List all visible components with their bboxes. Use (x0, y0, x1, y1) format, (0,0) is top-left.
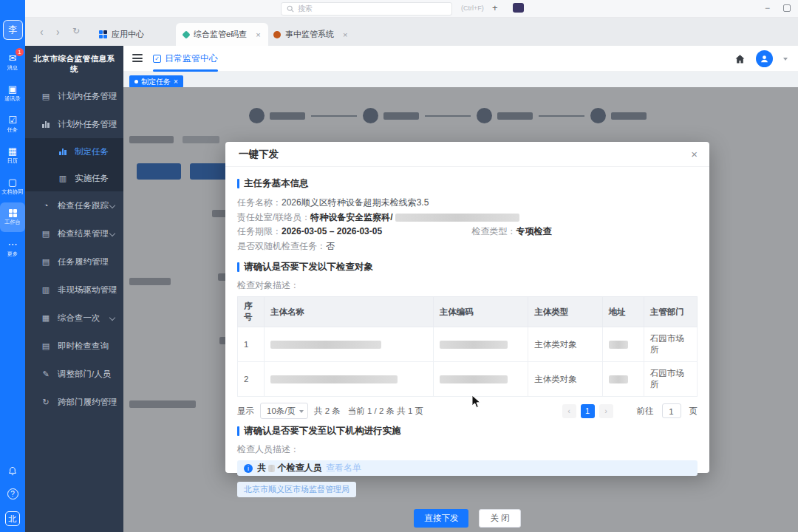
table-cell: 主体类对象 (528, 327, 602, 362)
redacted-text (395, 214, 519, 222)
sidebar-item-非现场驱动管理[interactable]: ▥非现场驱动管理 (25, 276, 123, 304)
goto-label: 前往 (637, 406, 654, 417)
next-page-button[interactable]: › (599, 404, 613, 418)
sidebar-item-label: 计划内任务管理 (58, 91, 117, 102)
rail-item-calendar[interactable]: ▦日历 (0, 140, 25, 170)
org-tag[interactable]: 北京市顺义区市场监督管理局 (237, 482, 356, 497)
rail-item-doc-collab[interactable]: ▢文档协同 (0, 171, 25, 201)
calendar-icon: ▦ (8, 146, 17, 156)
sidebar-item-label: 即时检查查询 (58, 341, 109, 352)
prev-page-button[interactable]: ‹ (562, 404, 576, 418)
sidebar-item-调整部门/人员[interactable]: ✎调整部门/人员 (25, 360, 123, 388)
grid-icon: ▦ (41, 313, 51, 323)
app-logo[interactable]: 北 (5, 511, 20, 526)
rail-bottom: ? 北 (0, 466, 25, 526)
doc-icon: ▤ (41, 257, 51, 267)
table-header: 主体编码 (433, 297, 528, 327)
doc-icon: ▤ (41, 92, 51, 101)
chevron-down-icon (109, 315, 115, 321)
view-list-link[interactable]: 查看名单 (326, 463, 361, 473)
close-icon[interactable]: × (174, 78, 178, 86)
browser-tabstrip: ‹ › ↻ 应用中心综合监管e码查×事中监管系统× (25, 18, 798, 46)
nav-forward-button[interactable]: › (56, 26, 60, 38)
help-icon[interactable]: ? (7, 488, 18, 499)
minimize-button[interactable]: − (765, 3, 770, 13)
page-size-select[interactable]: 10条/页 (260, 403, 308, 419)
chevron-down-icon[interactable] (783, 58, 788, 61)
sidebar-item-计划外任务管理[interactable]: 计划外任务管理 (25, 110, 123, 138)
sidebar-item-即时检查查询[interactable]: ▤即时检查查询 (25, 332, 123, 360)
table-row[interactable]: 1主体类对象石园市场所 (238, 327, 698, 362)
rail-item-label: 文档协同 (2, 188, 24, 194)
browser-tab-1[interactable]: 应用中心 (92, 23, 151, 46)
refresh-button[interactable]: ↻ (72, 26, 80, 36)
dot-icon (134, 80, 138, 83)
field-period: 任务期限：2026-03-05 – 2026-03-05 检查类型：专项检查 (237, 225, 698, 239)
user-avatar[interactable]: 李 (3, 20, 23, 40)
table-row[interactable]: 2主体类对象石园市场所 (238, 362, 698, 397)
total-count: 共 2 条 (314, 406, 341, 417)
table-header: 地址 (602, 297, 644, 327)
sidebar-item-label: 计划外任务管理 (58, 119, 117, 130)
submenu: 制定任务▥实施任务 (25, 138, 123, 191)
user-avatar-icon[interactable] (756, 50, 773, 67)
browser-tab-label: 事中监管系统 (285, 29, 334, 40)
page-tab-chip[interactable]: 制定任务 × (129, 75, 183, 88)
mouse-cursor (471, 395, 482, 409)
sidebar-item-label: 任务履约管理 (58, 256, 109, 267)
sidebar-item-综合查一次[interactable]: ▦综合查一次 (25, 304, 123, 332)
rail-item-messages[interactable]: ✉消息1 (0, 47, 25, 77)
browser-tab-3[interactable]: 事中监管系统× (266, 23, 355, 46)
more-icon: ⋯ (8, 239, 18, 249)
table-cell (433, 362, 528, 397)
global-search-input[interactable]: 搜索 (281, 2, 452, 16)
section-objects: 请确认是否要下发以下检查对象 (237, 261, 698, 273)
close-icon[interactable]: × (256, 30, 260, 39)
chevron-down-icon (109, 202, 115, 208)
info-icon: i (244, 464, 253, 473)
field-task-name: 任务名称：2026顺义区特种设备超期未检线索3.5 (237, 196, 698, 211)
nav-back-button[interactable]: ‹ (40, 26, 44, 38)
open-page-tabs: 制定任务 × (123, 72, 798, 87)
rail-item-tasks[interactable]: ☑任务 (0, 109, 25, 139)
redacted-text (440, 341, 508, 349)
bell-icon[interactable] (7, 466, 18, 477)
restore-window-button[interactable] (783, 4, 791, 12)
chart-icon (41, 120, 51, 128)
redacted-text (609, 375, 628, 383)
sidebar-item-检查任务跟踪[interactable]: ◔检查任务跟踪 (25, 191, 123, 219)
workspace-header: ✓ 日常监管中心 (123, 46, 798, 72)
search-placeholder: 搜索 (298, 4, 313, 14)
sidebar-item-跨部门履约管理[interactable]: ↻跨部门履约管理 (25, 388, 123, 416)
table-cell (265, 362, 434, 397)
menu-toggle-icon[interactable] (132, 54, 143, 64)
sidebar-item-检查结果管理[interactable]: ▤检查结果管理 (25, 219, 123, 248)
sync-icon: ↻ (41, 398, 51, 407)
rail-item-more[interactable]: ⋯更多 (0, 233, 25, 263)
goto-page-input[interactable]: 1 (662, 403, 681, 418)
table-header: 序号 (238, 297, 265, 327)
rail-item-contacts[interactable]: ▣通讯录 (0, 78, 25, 108)
close-icon[interactable]: × (343, 30, 347, 39)
browser-tab-2[interactable]: 综合监管e码查× (176, 23, 268, 46)
object-table: 序号主体名称主体编码主体类型地址主管部门 1主体类对象石园市场所2主体类对象石园… (237, 296, 698, 397)
sidebar-item-label: 调整部门/人员 (58, 369, 111, 380)
sidebar-item-计划内任务管理[interactable]: ▤计划内任务管理 (25, 82, 123, 110)
close-button[interactable]: 关 闭 (479, 509, 520, 528)
extension-icon[interactable] (513, 3, 524, 13)
window-topbar: 搜索 (Ctrl+F) + − (25, 0, 798, 18)
tab-daily-supervision-center[interactable]: ✓ 日常监管中心 (149, 46, 222, 72)
home-icon[interactable] (734, 54, 746, 64)
direct-dispatch-button[interactable]: 直接下发 (414, 509, 468, 528)
sidebar-item-label: 跨部门履约管理 (58, 397, 117, 408)
orange-dot-icon (273, 31, 281, 38)
browser-tab-label: 综合监管e码查 (194, 29, 247, 40)
rail-item-workbench[interactable]: 工作台 (0, 202, 25, 232)
new-tab-button[interactable]: + (492, 2, 498, 13)
modal-close-icon[interactable]: × (691, 148, 698, 160)
page-1-button[interactable]: 1 (581, 404, 595, 418)
sidebar-item-制定任务[interactable]: 制定任务 (25, 138, 123, 165)
sidebar-item-label: 非现场驱动管理 (58, 284, 117, 296)
sidebar-item-任务履约管理[interactable]: ▤任务履约管理 (25, 248, 123, 276)
sidebar-item-实施任务[interactable]: ▥实施任务 (25, 165, 123, 191)
